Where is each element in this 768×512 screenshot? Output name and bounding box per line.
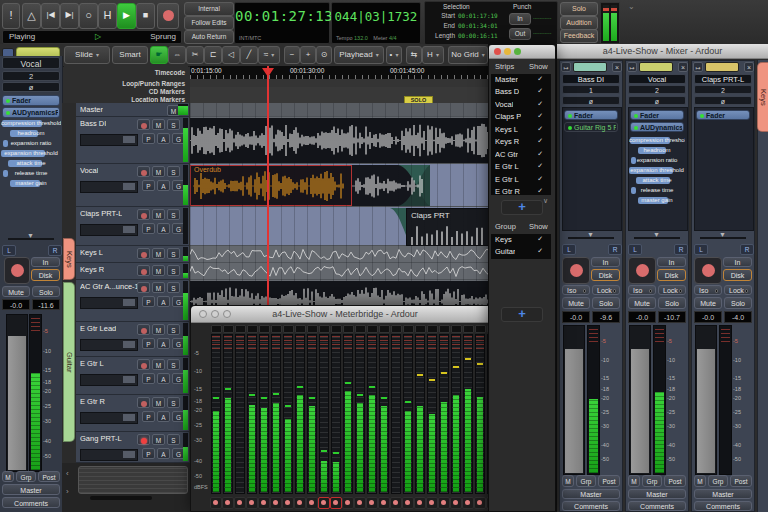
record-enable-dot[interactable] — [222, 497, 234, 509]
check-icon[interactable]: ✓ — [537, 162, 543, 170]
plugin-control-expansion-threshold[interactable]: expansion threshold — [629, 166, 685, 175]
record-enable-dot[interactable] — [306, 497, 318, 509]
snap-mode-dropdown[interactable]: No Grid — [448, 46, 488, 64]
comments-button[interactable]: Comments — [628, 501, 686, 511]
strip-narrow-button[interactable]: ↦ — [693, 62, 703, 72]
strip-list-item-ac-gtr[interactable]: AC Gtr✓ — [491, 149, 551, 161]
solo-lock-button[interactable]: Lock — [592, 285, 620, 295]
strip-name-button[interactable]: Vocal — [2, 57, 60, 69]
automation-button[interactable]: A — [157, 296, 170, 307]
solo-isolate-button[interactable]: Iso — [562, 285, 590, 295]
post-button[interactable]: Post — [38, 471, 60, 482]
solo-indicator-button[interactable]: Solo — [560, 2, 598, 16]
minimize-icon[interactable] — [211, 310, 219, 318]
plugin-control-headroom[interactable]: headroom — [629, 146, 685, 155]
record-enable-dot[interactable] — [282, 497, 294, 509]
pan-right-button[interactable]: R — [674, 244, 688, 255]
loop-button[interactable]: ○ — [79, 3, 98, 29]
processor-guitar-rig-5-fx[interactable]: Guitar Rig 5 FX — [564, 122, 618, 132]
phase-invert-button[interactable]: ø — [2, 82, 60, 92]
close-icon[interactable]: × — [678, 62, 688, 72]
processor-fader[interactable]: Fader — [696, 110, 750, 120]
pan-right-button[interactable]: R — [48, 245, 62, 256]
record-enable-dot[interactable] — [318, 497, 330, 509]
phase-invert-button[interactable]: ø — [562, 96, 620, 105]
record-arm-button[interactable] — [137, 359, 150, 370]
pan-right-button[interactable]: R — [608, 244, 622, 255]
group-button[interactable]: Grp — [576, 475, 596, 487]
zoom-out-icon[interactable]: − — [284, 46, 300, 64]
gain-display[interactable]: -0.0 — [562, 311, 590, 323]
zoom-fit-icon[interactable]: ⊙ — [316, 46, 332, 64]
zoom-icon[interactable] — [514, 48, 521, 55]
audition-tool-icon[interactable]: ◁ — [222, 46, 240, 64]
playlist-button[interactable]: P — [142, 180, 155, 191]
record-enable-dot[interactable] — [330, 497, 342, 509]
track-fader[interactable] — [80, 412, 138, 424]
editor-summary[interactable]: ‹ › — [62, 463, 190, 512]
track-header-gang-prt-l[interactable]: Gang PRT-LMSPAG — [76, 432, 189, 463]
ruler-label-location-markers[interactable]: Location Markers — [131, 96, 185, 103]
solo-button[interactable]: S — [167, 324, 180, 335]
record-arm-button[interactable] — [137, 119, 150, 130]
check-icon[interactable]: ✓ — [537, 75, 543, 83]
track-fader[interactable] — [80, 374, 138, 386]
record-enable-dot[interactable] — [270, 497, 282, 509]
playhead-line[interactable] — [267, 66, 269, 306]
plugin-control-master-gain[interactable]: master gain — [1, 179, 61, 188]
group-list-item-guitar[interactable]: Guitar✓ — [491, 246, 551, 258]
monitor-disk-button[interactable]: Disk — [657, 269, 686, 281]
solo-button[interactable]: Solo — [724, 297, 752, 309]
solo-button[interactable]: S — [167, 119, 180, 130]
record-arm-button[interactable] — [137, 166, 150, 177]
feedback-indicator-button[interactable]: Feedback — [560, 29, 598, 43]
record-arm-button[interactable] — [628, 257, 656, 284]
metronome-icon[interactable]: △ — [22, 3, 41, 29]
comments-button[interactable]: Comments — [694, 501, 752, 511]
record-enable-dot[interactable] — [366, 497, 378, 509]
track-header-keys-l[interactable]: Keys LMS — [76, 246, 189, 263]
automation-button[interactable]: A — [157, 448, 170, 459]
track-header-bass-di[interactable]: Bass DIMSPAG — [76, 117, 189, 164]
pan-control[interactable]: ▼ — [694, 231, 752, 243]
processor-active-led[interactable] — [634, 126, 638, 130]
pan-right-button[interactable]: R — [740, 244, 754, 255]
track-header-e-gtr-lead[interactable]: E Gtr LeadMSPAG — [76, 322, 189, 357]
mute-button[interactable]: M — [152, 248, 165, 259]
mute-button[interactable]: M — [152, 119, 165, 130]
stretch-tool-icon[interactable]: ≈ — [258, 46, 280, 64]
track-fader[interactable] — [80, 297, 138, 309]
punch-in-button[interactable]: In — [509, 13, 531, 25]
pan-left-button[interactable]: L — [694, 244, 708, 255]
output-button[interactable]: Master — [562, 489, 620, 499]
pan-control[interactable]: ▼ — [2, 232, 60, 244]
strip-list-item-e-gtr-l[interactable]: E Gtr L✓ — [491, 161, 551, 173]
record-enable-dot[interactable] — [462, 497, 474, 509]
cut-tool-icon[interactable]: ✂ — [186, 46, 204, 64]
check-icon[interactable]: ✓ — [537, 137, 543, 145]
strip-color-chip[interactable] — [573, 62, 607, 72]
record-arm-button[interactable] — [4, 257, 30, 284]
record-enable-dot[interactable] — [414, 497, 426, 509]
plugin-control-expansion-ratio[interactable]: expansion ratio — [1, 139, 61, 148]
record-enable-dot[interactable] — [474, 497, 486, 509]
record-enable-dot[interactable] — [210, 497, 222, 509]
track-fader[interactable] — [80, 181, 138, 193]
processor-active-led[interactable] — [568, 126, 572, 130]
check-icon[interactable]: ✓ — [537, 87, 543, 95]
channel-button[interactable] — [415, 325, 426, 333]
mute-button[interactable]: M — [152, 265, 165, 276]
solo-button[interactable]: Solo — [592, 297, 620, 309]
strip-color-chip[interactable] — [639, 62, 673, 72]
record-arm-button[interactable] — [562, 257, 590, 284]
ruler-label-timecode[interactable]: Timecode — [155, 69, 185, 76]
ruler-label-cd-markers[interactable]: CD Markers — [149, 88, 185, 95]
monitor-input-button[interactable]: In — [723, 257, 752, 267]
strip-input-button[interactable]: 2 — [628, 85, 686, 94]
scroll-down-icon[interactable]: ∨ — [543, 197, 548, 205]
channel-button[interactable] — [463, 325, 474, 333]
channel-button[interactable] — [475, 325, 486, 333]
gain-fader[interactable] — [695, 325, 717, 475]
strip-list-item-e-gtr-l[interactable]: E Gtr L✓ — [491, 174, 551, 186]
goto-start-button[interactable]: |◀ — [41, 3, 60, 29]
